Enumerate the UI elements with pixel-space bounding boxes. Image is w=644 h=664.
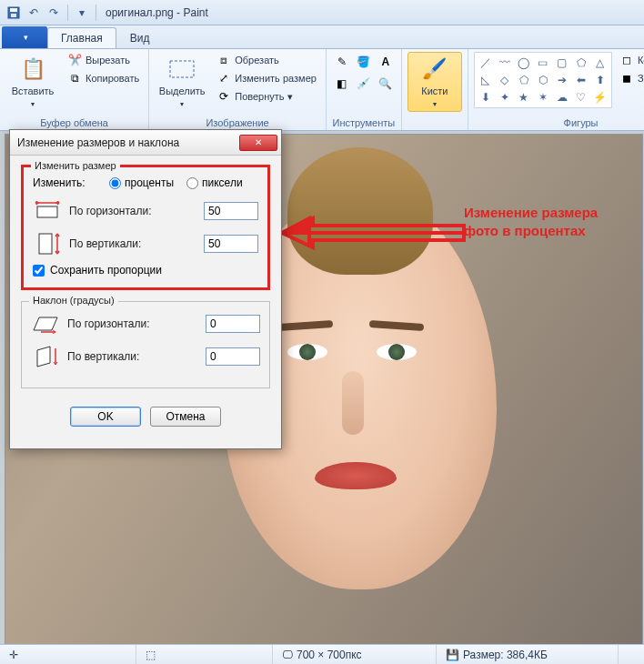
annotation-text: Изменение размера фото в процентах bbox=[464, 204, 628, 239]
resize-vert-label: По вертикали: bbox=[69, 237, 196, 250]
radio-percent[interactable]: проценты bbox=[109, 176, 174, 189]
status-bar: ✛ ⬚ 🖵700 × 700пкс 💾Размер: 386,4КБ bbox=[0, 644, 644, 664]
resize-dialog: Изменение размеров и наклона ✕ Изменить … bbox=[9, 129, 282, 449]
dims-icon: 🖵 bbox=[282, 649, 293, 661]
status-cursor: ✛ bbox=[0, 645, 136, 664]
tab-view[interactable]: Вид bbox=[116, 27, 164, 48]
shape-fill-button[interactable]: ◼Заливка ▾ bbox=[616, 70, 644, 86]
svg-rect-5 bbox=[37, 206, 57, 217]
svg-rect-7 bbox=[39, 234, 52, 254]
shape-line-icon[interactable]: ／ bbox=[477, 55, 495, 71]
shape-triangle-icon[interactable]: △ bbox=[591, 55, 609, 71]
radio-pixels-input[interactable] bbox=[186, 177, 198, 189]
svg-rect-1 bbox=[10, 8, 17, 12]
cursor-icon: ✛ bbox=[9, 649, 18, 661]
group-image: Выделить ⧈Обрезать ⤢Изменить размер ⟳Пов… bbox=[149, 49, 327, 130]
eraser-tool[interactable]: ◧ bbox=[332, 74, 352, 94]
skew-legend: Наклон (градусы) bbox=[29, 295, 118, 306]
paste-label: Вставить bbox=[12, 86, 55, 96]
copy-button[interactable]: ⧉Копировать bbox=[64, 70, 143, 86]
shape-arrowu-icon[interactable]: ⬆ bbox=[591, 72, 609, 88]
shape-star4-icon[interactable]: ✦ bbox=[496, 89, 514, 106]
svg-rect-2 bbox=[11, 14, 16, 17]
shape-rtriangle-icon[interactable]: ◺ bbox=[477, 72, 495, 88]
shape-heart-icon[interactable]: ♡ bbox=[572, 89, 590, 106]
crop-button[interactable]: ⧈Обрезать bbox=[213, 52, 320, 68]
resize-vert-icon bbox=[33, 231, 62, 257]
undo-icon[interactable]: ↶ bbox=[25, 5, 42, 21]
group-label-clipboard: Буфер обмена bbox=[5, 117, 143, 128]
status-filesize: 💾Размер: 386,4КБ bbox=[437, 645, 619, 664]
selection-icon: ⬚ bbox=[146, 649, 156, 661]
group-label-tools: Инструменты bbox=[332, 117, 396, 128]
zoom-tool[interactable]: 🔍 bbox=[376, 74, 396, 94]
keep-aspect-label: Сохранить пропорции bbox=[50, 264, 162, 277]
file-menu-button[interactable] bbox=[2, 26, 47, 48]
shape-pentagon-icon[interactable]: ⬠ bbox=[515, 72, 533, 88]
shape-diamond-icon[interactable]: ◇ bbox=[496, 72, 514, 88]
shape-arrowl-icon[interactable]: ⬅ bbox=[572, 72, 590, 88]
shape-outline-button[interactable]: ◻Контур ▾ bbox=[616, 52, 644, 68]
skew-vert-input[interactable] bbox=[206, 347, 260, 366]
close-button[interactable]: ✕ bbox=[239, 135, 277, 151]
radio-pixels[interactable]: пиксели bbox=[186, 176, 243, 189]
shape-star6-icon[interactable]: ✶ bbox=[534, 89, 552, 106]
group-label-image: Изображение bbox=[155, 117, 320, 128]
cancel-button[interactable]: Отмена bbox=[150, 407, 221, 427]
resize-horiz-input[interactable] bbox=[204, 202, 258, 220]
scissors-icon: ✂️ bbox=[67, 53, 82, 67]
shape-star5-icon[interactable]: ★ bbox=[515, 89, 533, 106]
skew-vert-label: По вертикали: bbox=[67, 350, 198, 363]
window-title: оригинал.png - Paint bbox=[106, 6, 208, 19]
qat-dropdown-icon[interactable]: ▾ bbox=[74, 5, 90, 21]
group-shapes: ／ 〰 ◯ ▭ ▢ ⬠ △ ◺ ◇ ⬠ ⬡ ➔ ⬅ ⬆ ⬇ ✦ ★ ✶ ☁ ♡ bbox=[468, 49, 644, 130]
shape-bolt-icon[interactable]: ⚡ bbox=[591, 89, 609, 106]
group-label-shapes: Фигуры bbox=[474, 117, 644, 128]
redo-icon[interactable]: ↷ bbox=[45, 5, 62, 21]
save-icon[interactable] bbox=[5, 5, 22, 21]
fill-tool[interactable]: 🪣 bbox=[354, 52, 374, 72]
clipboard-icon: 📋 bbox=[18, 55, 47, 84]
brush-icon: 🖌️ bbox=[420, 55, 449, 84]
text-tool[interactable]: A bbox=[376, 52, 396, 72]
cut-button[interactable]: ✂️Вырезать bbox=[64, 52, 143, 68]
status-selection: ⬚ bbox=[136, 645, 273, 664]
group-tools: ✎ 🪣 A ◧ 💉 🔍 Инструменты bbox=[327, 49, 402, 130]
shape-roundrect-icon[interactable]: ▢ bbox=[553, 55, 571, 71]
shape-curve-icon[interactable]: 〰 bbox=[496, 55, 514, 71]
skew-horiz-input[interactable] bbox=[206, 315, 260, 333]
shape-hexagon-icon[interactable]: ⬡ bbox=[534, 72, 552, 88]
shape-oval-icon[interactable]: ◯ bbox=[515, 55, 533, 71]
shape-arrowd-icon[interactable]: ⬇ bbox=[477, 89, 495, 106]
brushes-label: Кисти bbox=[421, 86, 448, 96]
brushes-button[interactable]: 🖌️ Кисти bbox=[408, 52, 462, 112]
resize-vert-input[interactable] bbox=[204, 235, 258, 253]
dialog-title: Изменение размеров и наклона bbox=[17, 136, 239, 149]
pencil-tool[interactable]: ✎ bbox=[332, 52, 352, 72]
resize-legend: Изменить размер bbox=[31, 160, 120, 171]
resize-button[interactable]: ⤢Изменить размер bbox=[213, 70, 320, 86]
paste-button[interactable]: 📋 Вставить bbox=[5, 52, 60, 112]
picker-tool[interactable]: 💉 bbox=[354, 74, 374, 94]
tab-home[interactable]: Главная bbox=[47, 27, 116, 48]
svg-marker-11 bbox=[37, 347, 50, 367]
dialog-titlebar[interactable]: Изменение размеров и наклона ✕ bbox=[10, 130, 281, 156]
shape-rect-icon[interactable]: ▭ bbox=[534, 55, 552, 71]
radio-percent-input[interactable] bbox=[109, 177, 121, 189]
group-clipboard: 📋 Вставить ✂️Вырезать ⧉Копировать Буфер … bbox=[0, 49, 149, 130]
shape-arrowr-icon[interactable]: ➔ bbox=[553, 72, 571, 88]
annotation-arrow-icon bbox=[282, 215, 464, 254]
outline-icon: ◻ bbox=[619, 53, 634, 67]
shapes-gallery[interactable]: ／ 〰 ◯ ▭ ▢ ⬠ △ ◺ ◇ ⬠ ⬡ ➔ ⬅ ⬆ ⬇ ✦ ★ ✶ ☁ ♡ bbox=[474, 52, 612, 108]
rotate-button[interactable]: ⟳Повернуть ▾ bbox=[213, 88, 320, 105]
svg-marker-9 bbox=[34, 317, 57, 330]
keep-aspect-checkbox[interactable] bbox=[33, 265, 45, 277]
disk-icon: 💾 bbox=[446, 649, 459, 661]
resize-fieldset: Изменить размер Изменить: проценты пиксе… bbox=[21, 165, 270, 290]
shape-polygon-icon[interactable]: ⬠ bbox=[572, 55, 590, 71]
select-button[interactable]: Выделить bbox=[155, 52, 209, 112]
resize-icon: ⤢ bbox=[216, 71, 231, 86]
ok-button[interactable]: OK bbox=[70, 407, 141, 427]
select-icon bbox=[167, 55, 196, 84]
shape-callout-icon[interactable]: ☁ bbox=[553, 89, 571, 106]
